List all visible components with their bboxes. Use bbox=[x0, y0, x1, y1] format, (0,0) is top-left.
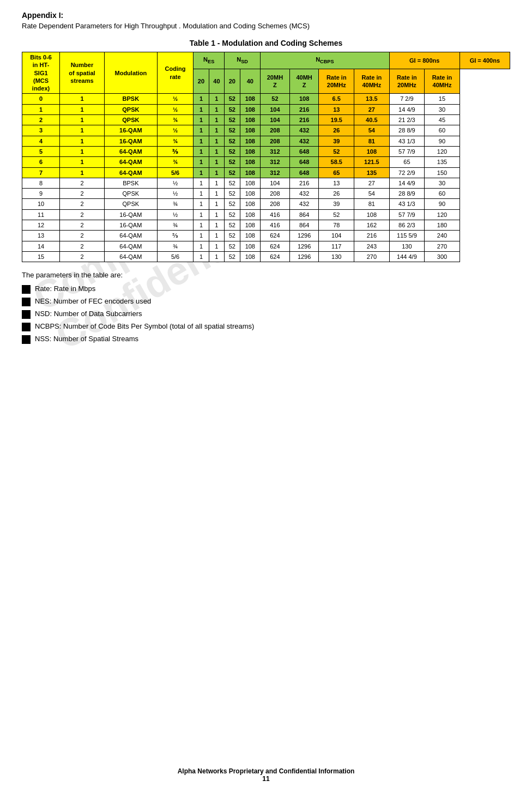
cell-nsd40: 108 bbox=[240, 104, 260, 114]
cell-bits: 13 bbox=[22, 231, 60, 241]
cell-gi800-40: 162 bbox=[354, 220, 390, 231]
cell-gi800-20: 13 bbox=[319, 104, 354, 114]
cell-gi400-20: 28 8/9 bbox=[389, 125, 425, 136]
cell-gi800-40: 13.5 bbox=[354, 94, 390, 104]
cell-nsd20: 52 bbox=[225, 157, 240, 167]
cell-nsd40: 108 bbox=[240, 241, 260, 251]
cell-gi800-20: 39 bbox=[319, 136, 354, 146]
cell-cr: ¾ bbox=[157, 241, 193, 251]
param-item: NES: Number of FEC encoders used bbox=[22, 297, 510, 306]
col-gi800-rate40: Rate in40MHz bbox=[354, 69, 390, 94]
footer-text: Alpha Networks Proprietary and Confident… bbox=[0, 767, 532, 775]
cell-nes20: 1 bbox=[194, 209, 209, 220]
param-item: NCBPS: Number of Code Bits Per Symbol (t… bbox=[22, 322, 510, 331]
cell-bits: 2 bbox=[22, 115, 60, 125]
cell-ncbps40: 648 bbox=[289, 146, 319, 156]
cell-gi400-40: 300 bbox=[425, 251, 460, 262]
cell-cr: ¾ bbox=[157, 157, 193, 167]
col-nes: NES bbox=[194, 52, 225, 69]
col-nss: Numberof spatialstreams bbox=[60, 52, 105, 94]
cell-gi800-40: 121.5 bbox=[354, 157, 390, 167]
cell-ncbps40: 432 bbox=[289, 199, 319, 209]
cell-gi800-20: 65 bbox=[319, 167, 354, 178]
cell-ncbps40: 216 bbox=[289, 104, 319, 114]
cell-nes40: 1 bbox=[209, 220, 224, 231]
cell-cr: ½ bbox=[157, 178, 193, 188]
cell-mod: BPSK bbox=[104, 178, 157, 188]
cell-nss: 1 bbox=[60, 104, 105, 114]
cell-nsd40: 108 bbox=[240, 125, 260, 136]
cell-nes20: 1 bbox=[194, 189, 209, 199]
cell-bits: 7 bbox=[22, 167, 60, 178]
cell-nss: 2 bbox=[60, 209, 105, 220]
param-text: NCBPS: Number of Code Bits Per Symbol (t… bbox=[35, 322, 254, 330]
cell-nsd40: 108 bbox=[240, 157, 260, 167]
cell-gi400-40: 180 bbox=[425, 220, 460, 231]
cell-nsd20: 52 bbox=[225, 146, 240, 156]
cell-nes20: 1 bbox=[194, 220, 209, 231]
cell-nsd40: 108 bbox=[240, 136, 260, 146]
cell-ncbps40: 864 bbox=[289, 220, 319, 231]
cell-nes20: 1 bbox=[194, 157, 209, 167]
cell-ncbps20: 208 bbox=[261, 189, 290, 199]
cell-nes20: 1 bbox=[194, 125, 209, 136]
cell-nss: 2 bbox=[60, 220, 105, 231]
cell-mod: 16-QAM bbox=[104, 220, 157, 231]
param-text: Rate: Rate in Mbps bbox=[35, 285, 95, 293]
cell-ncbps20: 208 bbox=[261, 199, 290, 209]
cell-ncbps20: 416 bbox=[261, 209, 290, 220]
cell-nes40: 1 bbox=[209, 167, 224, 178]
cell-nes40: 1 bbox=[209, 189, 224, 199]
cell-nes40: 1 bbox=[209, 178, 224, 188]
cell-gi400-20: 65 bbox=[389, 157, 425, 167]
param-text: NES: Number of FEC encoders used bbox=[35, 297, 151, 305]
cell-ncbps40: 648 bbox=[289, 167, 319, 178]
table-title: Table 1 - Modulation and Coding Schemes bbox=[22, 39, 510, 47]
cell-nes40: 1 bbox=[209, 136, 224, 146]
cell-ncbps40: 432 bbox=[289, 125, 319, 136]
params-intro: The parameters in the table are: bbox=[22, 271, 510, 279]
cell-bits: 5 bbox=[22, 146, 60, 156]
cell-nss: 2 bbox=[60, 251, 105, 262]
cell-gi400-20: 43 1/3 bbox=[389, 199, 425, 209]
param-bullet bbox=[22, 335, 31, 344]
cell-mod: 16-QAM bbox=[104, 136, 157, 146]
mcs-table: Bits 0-6in HT-SIG1(MCSindex) Numberof sp… bbox=[22, 52, 510, 262]
cell-bits: 0 bbox=[22, 94, 60, 104]
cell-nes40: 1 bbox=[209, 115, 224, 125]
cell-ncbps40: 648 bbox=[289, 157, 319, 167]
cell-nss: 2 bbox=[60, 189, 105, 199]
cell-ncbps40: 216 bbox=[289, 115, 319, 125]
cell-nsd20: 52 bbox=[225, 241, 240, 251]
cell-gi400-20: 14 4/9 bbox=[389, 178, 425, 188]
cell-cr: ½ bbox=[157, 189, 193, 199]
cell-mod: 16-QAM bbox=[104, 209, 157, 220]
cell-nes20: 1 bbox=[194, 199, 209, 209]
cell-nss: 2 bbox=[60, 199, 105, 209]
cell-ncbps40: 432 bbox=[289, 136, 319, 146]
cell-ncbps20: 624 bbox=[261, 241, 290, 251]
cell-nsd40: 108 bbox=[240, 94, 260, 104]
cell-nsd20: 52 bbox=[225, 115, 240, 125]
cell-nss: 1 bbox=[60, 167, 105, 178]
cell-nsd20: 52 bbox=[225, 199, 240, 209]
cell-gi800-20: 13 bbox=[319, 178, 354, 188]
col-nsd-20: 20 bbox=[225, 69, 240, 94]
cell-gi800-40: 135 bbox=[354, 167, 390, 178]
cell-gi800-40: 54 bbox=[354, 125, 390, 136]
cell-gi800-20: 52 bbox=[319, 146, 354, 156]
cell-cr: ⅔ bbox=[157, 231, 193, 241]
cell-gi800-40: 40.5 bbox=[354, 115, 390, 125]
cell-nes40: 1 bbox=[209, 251, 224, 262]
cell-nes40: 1 bbox=[209, 146, 224, 156]
cell-ncbps20: 312 bbox=[261, 167, 290, 178]
cell-ncbps20: 312 bbox=[261, 157, 290, 167]
param-item: NSD: Number of Data Subcarriers bbox=[22, 310, 510, 319]
cell-mod: QPSK bbox=[104, 115, 157, 125]
cell-mod: 64-QAM bbox=[104, 241, 157, 251]
cell-nsd20: 52 bbox=[225, 231, 240, 241]
cell-nes40: 1 bbox=[209, 199, 224, 209]
cell-gi800-20: 52 bbox=[319, 209, 354, 220]
cell-nes40: 1 bbox=[209, 209, 224, 220]
cell-bits: 3 bbox=[22, 125, 60, 136]
